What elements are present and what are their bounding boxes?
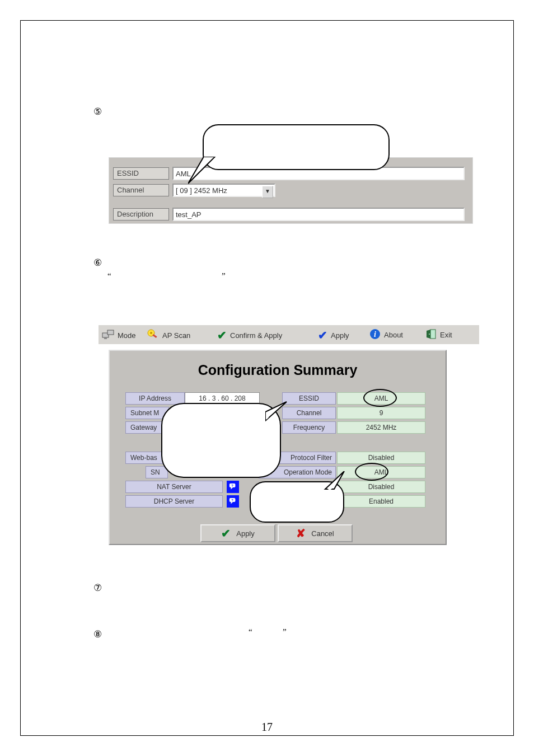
label-dhcp: DHCP Server <box>125 495 223 508</box>
callout-bubble-2 <box>161 403 281 478</box>
label-nat: NAT Server <box>125 481 223 493</box>
check-icon-blue: ✔ <box>318 328 327 342</box>
value-essid-r: AML <box>337 392 425 405</box>
config-summary-title: Configuration Summary <box>110 362 446 378</box>
label-essid-text: ESSID <box>117 169 139 177</box>
svg-rect-3 <box>107 330 114 335</box>
quote-right-1: ” <box>222 271 226 281</box>
apscan-label: AP Scan <box>162 331 190 340</box>
svg-marker-17 <box>325 471 344 489</box>
select-channel-value: [ 09 ] 2452 MHz <box>176 186 227 195</box>
select-channel[interactable]: [ 09 ] 2452 MHz ▼ <box>172 184 275 197</box>
value-channel-r: 9 <box>337 407 425 419</box>
svg-rect-7 <box>152 334 157 338</box>
value-freq-r: 2452 MHz <box>337 421 425 434</box>
value-pf: Disabled <box>337 452 425 464</box>
confirm-apply-button[interactable]: ✔ Confirm & Apply <box>217 328 282 342</box>
step-6: ⑥ <box>93 257 102 269</box>
about-label: About <box>384 331 403 339</box>
svg-point-12 <box>429 334 430 335</box>
apply-label-dialog: Apply <box>236 529 255 538</box>
step-8: ⑧ <box>93 628 102 640</box>
step-7: ⑦ <box>93 582 102 594</box>
check-icon-dialog: ✔ <box>221 527 231 540</box>
check-icon: ✔ <box>217 328 227 342</box>
exit-icon <box>425 328 437 341</box>
cross-icon: ✘ <box>296 527 306 540</box>
cancel-button-dialog[interactable]: ✘ Cancel <box>278 524 353 542</box>
input-description[interactable]: test_AP <box>172 208 465 221</box>
svg-rect-10 <box>430 330 435 339</box>
value-op: AML <box>337 466 425 478</box>
page-number: 17 <box>0 721 534 734</box>
svg-marker-15 <box>265 402 287 421</box>
about-button[interactable]: i About <box>369 328 403 341</box>
label-channel-text: Channel <box>117 186 144 194</box>
value-row3: Disabled <box>337 481 425 493</box>
value-row4: Enabled <box>337 495 425 508</box>
mode-label: Mode <box>118 331 136 340</box>
label-essid-r: ESSID <box>282 392 336 405</box>
help-icon-nat[interactable]: ? <box>227 481 239 493</box>
exit-button[interactable]: Exit <box>425 328 452 341</box>
label-description-text: Description <box>117 210 153 218</box>
svg-point-6 <box>150 332 152 334</box>
svg-text:?: ? <box>231 483 233 487</box>
callout-bubble-3 <box>250 481 344 523</box>
label-description: Description <box>113 208 169 220</box>
svg-text:i: i <box>374 330 376 339</box>
svg-rect-4 <box>104 337 107 339</box>
apply-button-toolbar[interactable]: ✔ Apply <box>318 328 349 342</box>
label-channel-r: Channel <box>282 407 336 419</box>
key-icon <box>147 328 159 342</box>
svg-marker-0 <box>188 157 215 184</box>
exit-label: Exit <box>440 331 452 339</box>
confirm-label: Confirm & Apply <box>230 331 282 340</box>
toolbar: Mode AP Scan ✔ Confirm & Apply ✔ Apply i… <box>99 325 479 344</box>
label-freq-r: Frequency <box>282 421 336 434</box>
apply-label-toolbar: Apply <box>331 331 349 340</box>
quote-left-2: “ <box>249 627 252 637</box>
quote-left-1: “ <box>107 271 111 281</box>
label-channel: Channel <box>113 184 169 196</box>
chevron-down-icon[interactable]: ▼ <box>262 186 273 198</box>
input-description-value: test_AP <box>176 210 202 219</box>
computers-icon <box>102 328 114 342</box>
mode-button[interactable]: Mode <box>102 328 136 342</box>
apply-button-dialog[interactable]: ✔ Apply <box>200 524 275 542</box>
callout-bubble-1 <box>203 124 390 170</box>
cancel-label-dialog: Cancel <box>311 529 334 538</box>
label-essid: ESSID <box>113 167 169 180</box>
apscan-button[interactable]: AP Scan <box>147 328 190 342</box>
label-gateway: Gateway <box>125 421 166 434</box>
svg-text:?: ? <box>231 498 233 502</box>
quote-right-2: ” <box>283 627 287 637</box>
info-icon: i <box>369 328 381 341</box>
step-5: ⑤ <box>93 106 102 118</box>
help-icon-dhcp[interactable]: ? <box>227 495 239 508</box>
label-ip: IP Address <box>125 392 185 405</box>
